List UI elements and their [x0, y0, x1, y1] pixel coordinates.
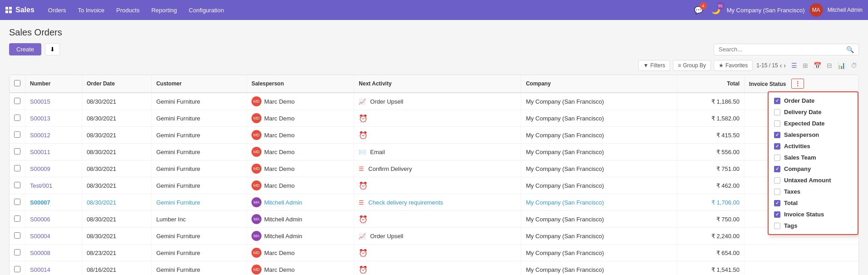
row-checkbox[interactable] [14, 249, 20, 255]
row-checkbox[interactable] [14, 148, 20, 155]
row-customer[interactable]: Gemini Furniture [152, 261, 247, 275]
row-checkbox[interactable] [14, 131, 20, 138]
header-total[interactable]: Total [677, 75, 744, 93]
column-option-checkbox [774, 98, 780, 104]
row-number[interactable]: S00004 [25, 228, 82, 245]
filters-button[interactable]: ▼ Filters [638, 60, 671, 71]
download-button[interactable]: ⬇ [45, 43, 60, 55]
column-option-item[interactable]: Order Date [769, 95, 858, 106]
header-company[interactable]: Company [521, 75, 677, 93]
row-checkbox[interactable] [14, 199, 20, 205]
row-activity: ☰Confirm Delivery [354, 160, 521, 177]
row-customer[interactable]: Gemini Furniture [152, 160, 247, 177]
row-salesperson: MD Marc Demo [247, 245, 354, 261]
notification-bell[interactable]: 💬 4 [692, 4, 705, 16]
row-customer[interactable]: Gemini Furniture [152, 127, 247, 144]
row-customer[interactable]: Gemini Furniture [152, 194, 247, 211]
search-icon-button[interactable]: 🔍 [846, 46, 854, 53]
moon-badge[interactable]: 🌙 55 [710, 4, 722, 16]
row-checkbox[interactable] [14, 215, 20, 222]
row-customer[interactable]: Gemini Furniture [152, 110, 247, 127]
activity-view-button[interactable]: ⏱ [849, 61, 859, 70]
row-customer[interactable]: Gemini Furniture [152, 245, 247, 261]
row-number[interactable]: S00006 [25, 211, 82, 228]
row-order-date: 08/30/2021 [82, 177, 151, 194]
brand[interactable]: Sales [5, 6, 35, 14]
header-salesperson[interactable]: Salesperson [247, 75, 354, 93]
row-customer[interactable]: Gemini Furniture [152, 228, 247, 245]
chart-view-button[interactable]: 📊 [836, 61, 847, 70]
column-option-item[interactable]: Salesperson [769, 129, 858, 140]
column-option-item[interactable]: Total [769, 197, 858, 209]
column-option-item[interactable]: Activities [769, 140, 858, 152]
row-salesperson: MA Mitchell Admin [247, 194, 354, 211]
list-view-button[interactable]: ☰ [789, 61, 799, 70]
prev-page-button[interactable]: ‹ [780, 62, 782, 69]
row-number[interactable]: Test/001 [25, 177, 82, 194]
column-options-button[interactable]: ⋮ [791, 79, 804, 89]
row-total: ₹ 462.00 [677, 177, 744, 194]
grid-view-button[interactable]: ⊟ [825, 61, 834, 70]
toolbar: Create ⬇ 🔍 [9, 43, 859, 55]
column-option-item[interactable]: Tags [769, 220, 858, 231]
salesperson-avatar: MD [252, 265, 261, 275]
row-number[interactable]: S00013 [25, 110, 82, 127]
salesperson-avatar: MA [252, 231, 261, 241]
calendar-view-button[interactable]: 📅 [812, 61, 823, 70]
salesperson-avatar: MD [252, 180, 261, 190]
row-checkbox[interactable] [14, 232, 20, 239]
row-customer[interactable]: Gemini Furniture [152, 177, 247, 194]
nav-reporting[interactable]: Reporting [146, 4, 182, 16]
row-number[interactable]: S00008 [25, 245, 82, 261]
row-customer[interactable]: Lumber Inc [152, 211, 247, 228]
column-option-checkbox [774, 211, 780, 218]
nav-to-invoice[interactable]: To Invoice [73, 4, 110, 16]
kanban-view-button[interactable]: ⊞ [801, 61, 810, 70]
row-checkbox[interactable] [14, 266, 20, 272]
row-checkbox[interactable] [14, 115, 20, 121]
header-customer[interactable]: Customer [152, 75, 247, 93]
column-option-item[interactable]: Untaxed Amount [769, 175, 858, 186]
column-option-item[interactable]: Company [769, 163, 858, 175]
row-number[interactable]: S00009 [25, 160, 82, 177]
row-salesperson: MD Marc Demo [247, 160, 354, 177]
favorites-button[interactable]: ★ Favorites [714, 60, 753, 71]
header-invoice-status[interactable]: Invoice Status ⋮ Order Date Delivery Dat… [745, 75, 858, 93]
row-customer[interactable]: Gemini Furniture [152, 93, 247, 110]
row-order-date: 08/30/2021 [82, 93, 151, 110]
row-number[interactable]: S00011 [25, 144, 82, 160]
row-number[interactable]: S00014 [25, 261, 82, 275]
column-options-dropdown: Order Date Delivery Date Expected Date S… [768, 91, 858, 235]
groupby-button[interactable]: ≡ Group By [673, 60, 711, 71]
create-button[interactable]: Create [9, 43, 41, 55]
row-total: ₹ 2,240.00 [677, 228, 744, 245]
row-number[interactable]: S00015 [25, 93, 82, 110]
column-option-item[interactable]: Expected Date [769, 118, 858, 129]
column-option-item[interactable]: Sales Team [769, 152, 858, 163]
row-number[interactable]: S00012 [25, 127, 82, 144]
nav-configuration[interactable]: Configuration [183, 4, 229, 16]
row-number[interactable]: S00007 [25, 194, 82, 211]
column-option-label: Expected Date [784, 120, 825, 127]
header-order-date[interactable]: Order Date [82, 75, 151, 93]
header-number[interactable]: Number [25, 75, 82, 93]
column-option-item[interactable]: Taxes [769, 186, 858, 197]
nav-products[interactable]: Products [111, 4, 145, 16]
row-checkbox[interactable] [14, 182, 20, 188]
nav-orders[interactable]: Orders [43, 4, 72, 16]
filter-toolbar: ▼ Filters ≡ Group By ★ Favorites 1-15 / … [9, 60, 859, 71]
column-option-label: Company [784, 165, 811, 172]
user-avatar[interactable]: MA [809, 3, 823, 17]
column-option-item[interactable]: Invoice Status [769, 209, 858, 220]
select-all-checkbox[interactable] [14, 80, 20, 86]
row-order-date: 08/30/2021 [82, 194, 151, 211]
row-checkbox[interactable] [14, 98, 20, 104]
row-checkbox[interactable] [14, 165, 20, 171]
table-row: S00006 08/30/2021 Lumber Inc MA Mitchell… [10, 211, 858, 228]
next-page-button[interactable]: › [784, 62, 786, 69]
filter-icon: ▼ [643, 62, 649, 69]
header-next-activity[interactable]: Next Activity [354, 75, 521, 93]
column-option-item[interactable]: Delivery Date [769, 106, 858, 118]
search-input[interactable] [719, 46, 843, 53]
row-customer[interactable]: Gemini Furniture [152, 144, 247, 160]
